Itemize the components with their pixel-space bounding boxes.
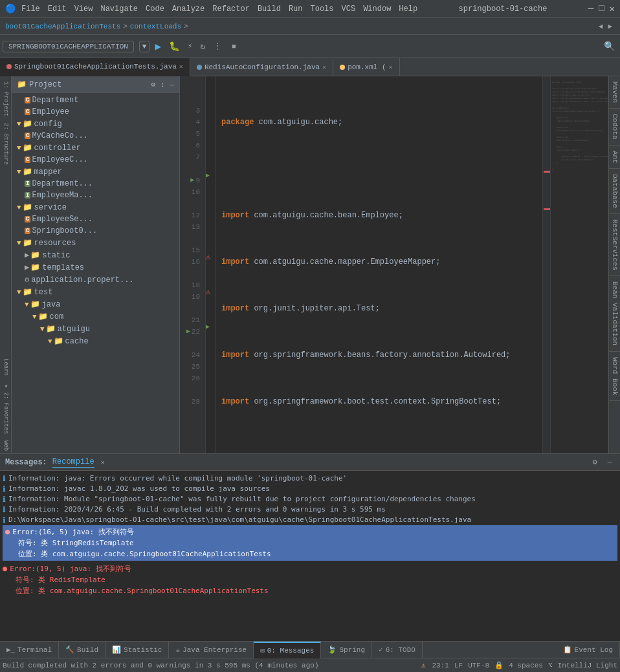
tree-item-springboot0[interactable]: C Springboot0... (12, 225, 179, 237)
recompile-tab[interactable]: Recompile (52, 457, 94, 468)
reload-button[interactable]: ↻ (197, 39, 208, 53)
tree-folder-atguigu[interactable]: ▼ 📁 atguigu (12, 323, 179, 335)
tree-item-mycache[interactable]: C MyCacheCo... (12, 130, 179, 142)
tree-folder-test[interactable]: ▼ 📁 test (12, 286, 179, 298)
tab-pom[interactable]: pom.xml ( ✕ (333, 58, 399, 76)
project-minimize-icon[interactable]: — (170, 81, 174, 89)
tree-label: application.propert... (31, 276, 133, 285)
tab-dot-orange (340, 65, 345, 70)
sidebar-ant[interactable]: Ant (609, 146, 620, 169)
sidebar-bean-validation[interactable]: Bean Validation (609, 276, 620, 351)
menu-tools[interactable]: Tools (311, 5, 334, 14)
close-msg-tab[interactable]: ✕ (101, 459, 105, 466)
learn-tool-icon[interactable]: Learn (1, 356, 10, 378)
tab-build[interactable]: 🔨 Build (59, 642, 105, 658)
code-editor[interactable]: 3 4 5 6 7 ▶9 10 12 13 15 16 18 1 (180, 76, 608, 453)
tree-item-deptmapper[interactable]: I Department... (12, 178, 179, 190)
tab-messages[interactable]: ✉ 0: Messages (254, 642, 321, 658)
tab-redis-autoconfig[interactable]: RedisAutoConfiguration.java ✕ (190, 58, 333, 76)
tab-java-enterprise[interactable]: ☕ Java Enterprise (169, 642, 254, 658)
tab-springboot-tests[interactable]: Springboot01CacheApplicationTests.java ✕ (0, 58, 190, 76)
tab-statistic[interactable]: 📊 Statistic (105, 642, 169, 658)
breadcrumb-item-2[interactable]: contextLoads (130, 23, 181, 30)
menu-refactor[interactable]: Refactor (212, 5, 250, 14)
tree-item-department1[interactable]: C Department (12, 94, 179, 106)
web-tool-icon[interactable]: Web (1, 438, 10, 453)
code-content[interactable]: package com.atguigu.cache; import com.at… (216, 76, 542, 453)
tree-folder-cache[interactable]: ▼ 📁 cache (12, 335, 179, 347)
msg-item-5[interactable]: ● Error:(16, 5) java: 找不到符号 符号: 类 String… (3, 525, 617, 561)
menu-file[interactable]: File (21, 5, 40, 14)
tree-item-employee1[interactable]: C Employee (12, 106, 179, 118)
tree-folder-com[interactable]: ▼ 📁 com (12, 310, 179, 323)
tree-folder-controller[interactable]: ▼ 📁 controller (12, 142, 179, 154)
menu-view[interactable]: View (74, 5, 93, 14)
statistic-icon: 📊 (112, 645, 121, 654)
stop-button[interactable]: ◾ (229, 40, 239, 52)
tree-item-empmapper[interactable]: I EmployeeMa... (12, 190, 179, 201)
menu-navigate[interactable]: Navigate (100, 5, 138, 14)
tree-item-appprops[interactable]: ⚙ application.propert... (12, 274, 179, 286)
sidebar-codota[interactable]: Codota (609, 109, 620, 146)
sidebar-restservices[interactable]: RestServices (609, 214, 620, 276)
sidebar-maven[interactable]: Maven (609, 76, 620, 109)
breadcrumb-item-1[interactable]: boot01CacheApplicationTests (5, 23, 120, 30)
menu-help[interactable]: Help (399, 5, 417, 14)
tree-folder-templates[interactable]: ▶ 📁 templates (12, 261, 179, 274)
tree-folder-service[interactable]: ▼ 📁 service (12, 201, 179, 213)
tab-close-pom[interactable]: ✕ (389, 63, 393, 71)
project-tool-icon[interactable]: 1: Project (1, 79, 10, 119)
menu-window[interactable]: Window (363, 5, 391, 14)
breadcrumb-sep-1: > (123, 23, 127, 30)
project-panel-header: 📁 Project ⚙ ↕ — (12, 76, 179, 93)
tab-todo[interactable]: ✓ 6: TODO (372, 642, 423, 658)
status-lf[interactable]: LF (454, 662, 463, 669)
tree-item-empctrl[interactable]: C EmployeeC... (12, 154, 179, 166)
scroll-gutter[interactable] (542, 76, 550, 453)
favorites-tool-icon[interactable]: ★ 2: Favorites (1, 380, 10, 437)
tree-folder-config[interactable]: ▼ 📁 config (12, 118, 179, 130)
status-encoding[interactable]: UTF-8 (468, 662, 489, 669)
run-dropdown-icon[interactable]: ▼ (139, 41, 150, 52)
tree-folder-mapper[interactable]: ▼ 📁 mapper (12, 166, 179, 178)
menu-vcs[interactable]: VCS (342, 5, 356, 14)
close-button[interactable]: ✕ (610, 3, 615, 14)
tree-folder-static[interactable]: ▶ 📁 static (12, 249, 179, 261)
forward-icon[interactable]: ▶ (608, 22, 612, 30)
back-icon[interactable]: ◀ (599, 22, 603, 30)
sidebar-word-book[interactable]: Word Book (609, 352, 620, 401)
tree-item-empsvc[interactable]: C EmployeeSe... (12, 213, 179, 225)
folder-glyph: 📁 (46, 324, 56, 334)
tab-spring[interactable]: 🍃 Spring (321, 642, 372, 658)
debug-button[interactable]: 🐛 (166, 39, 183, 53)
messages-minimize-icon[interactable]: — (605, 457, 615, 468)
tab-close-tests[interactable]: ✕ (179, 63, 183, 70)
minimize-button[interactable]: — (588, 3, 593, 14)
tab-event-log[interactable]: 📋 Event Log (557, 642, 620, 658)
tree-folder-resources[interactable]: ▼ 📁 resources (12, 237, 179, 249)
tree-folder-java[interactable]: ▼ 📁 java (12, 298, 179, 310)
status-position[interactable]: 23:1 (432, 662, 449, 669)
tab-terminal[interactable]: ▶_ Terminal (0, 642, 59, 658)
menu-edit[interactable]: Edit (48, 5, 67, 14)
status-spaces[interactable]: 4 spaces (509, 662, 543, 669)
project-sort-icon[interactable]: ↕ (161, 81, 165, 89)
tab-close-redis[interactable]: ✕ (322, 63, 326, 71)
project-settings-icon[interactable]: ⚙ (151, 80, 155, 89)
more-run-options[interactable]: ⋮ (211, 40, 224, 52)
menu-run[interactable]: Run (289, 5, 303, 14)
menu-analyze[interactable]: Analyze (172, 5, 205, 14)
structure-tool-icon[interactable]: 2: Structure (1, 120, 10, 168)
menu-bar: File Edit View Navigate Code Analyze Ref… (21, 5, 417, 14)
bottom-toolbar: ▶_ Terminal 🔨 Build 📊 Statistic ☕ Java E… (0, 641, 620, 658)
maximize-button[interactable]: □ (599, 3, 604, 14)
menu-code[interactable]: Code (146, 5, 164, 14)
messages-content[interactable]: ℹ Information: java: Errors occurred whi… (0, 471, 620, 641)
sidebar-database[interactable]: Database (609, 169, 620, 214)
search-everywhere-icon[interactable]: 🔍 (601, 39, 617, 53)
coverage-button[interactable]: ⚡ (185, 40, 195, 52)
run-button[interactable]: ▶ (152, 39, 164, 54)
messages-label: Messages: (5, 458, 47, 467)
messages-settings-icon[interactable]: ⚙ (590, 456, 600, 468)
menu-build[interactable]: Build (258, 5, 281, 14)
